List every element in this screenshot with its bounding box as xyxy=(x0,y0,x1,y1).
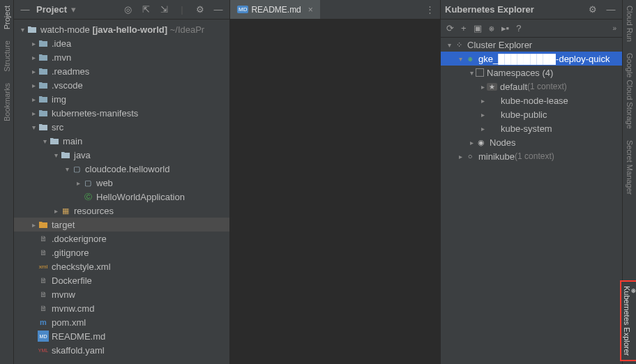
k8s-tree-item[interactable]: kube-system xyxy=(441,121,622,135)
chevron-icon[interactable] xyxy=(52,207,60,215)
tree-item-label: watch-mode [java-hello-world] ~/IdeaPr xyxy=(40,24,204,35)
hide-panel-icon[interactable]: — xyxy=(18,3,32,17)
expand-icon[interactable]: » xyxy=(612,24,616,32)
tree-item[interactable]: target xyxy=(14,218,229,232)
minimize-icon[interactable]: — xyxy=(211,3,225,17)
tree-item[interactable]: mpom.xml xyxy=(14,315,229,329)
k8s-tree-item[interactable]: ⎈gke_█████████-deploy-quick xyxy=(441,52,622,66)
chevron-icon[interactable] xyxy=(29,68,38,75)
chevron-icon[interactable] xyxy=(29,123,38,131)
tab-readme[interactable]: MD README.md × xyxy=(230,0,320,19)
chevron-icon[interactable] xyxy=(29,221,38,229)
k8s-tree-item[interactable]: kube-node-lease xyxy=(441,93,622,107)
tree-item[interactable]: kubernetes-manifests xyxy=(14,106,229,120)
chevron-icon[interactable] xyxy=(18,26,26,33)
tree-item[interactable]: main xyxy=(14,134,229,148)
k8s-tree-item[interactable]: ○minikube (1 context) xyxy=(441,149,622,163)
k8s-panel-header: Kubernetes Explorer ⚙ — xyxy=(441,0,622,20)
tree-item[interactable]: ⒸHelloWorldApplication xyxy=(14,190,229,204)
open-icon[interactable]: ▣ xyxy=(474,23,482,33)
chevron-icon[interactable] xyxy=(63,165,71,173)
tree-item[interactable]: YMLskaffold.yaml xyxy=(14,343,229,357)
k8s-tree-item[interactable]: ◉Nodes xyxy=(441,135,622,149)
tree-item[interactable]: MDREADME.md xyxy=(14,329,229,343)
dropdown-icon[interactable]: ▾ xyxy=(71,4,76,15)
tree-item-label: .idea xyxy=(52,38,71,49)
chevron-icon[interactable] xyxy=(467,69,476,77)
add-icon[interactable]: + xyxy=(461,23,467,33)
left-strip-item[interactable]: Project xyxy=(1,0,13,35)
tree-item[interactable]: .readmes xyxy=(14,64,229,78)
chevron-icon[interactable] xyxy=(29,54,38,61)
left-strip-item[interactable]: Structure xyxy=(1,35,13,77)
left-strip-item[interactable]: Bookmarks xyxy=(1,77,13,127)
tree-item-label: .vscode xyxy=(52,80,83,91)
folder-icon xyxy=(26,24,38,35)
close-icon[interactable]: × xyxy=(308,5,313,15)
tree-item[interactable]: 🗎mvnw.cmd xyxy=(14,301,229,315)
target-icon[interactable]: ◎ xyxy=(121,3,135,17)
chevron-icon[interactable] xyxy=(29,40,38,47)
chevron-icon[interactable] xyxy=(29,109,38,117)
tree-item-label: checkstyle.xml xyxy=(52,261,111,272)
tree-item[interactable]: src xyxy=(14,120,229,134)
run-icon[interactable]: ▸▪ xyxy=(501,23,510,33)
right-strip-item[interactable]: Cloud Run xyxy=(624,0,635,47)
k8s-tree-item[interactable]: ⁘Cluster Explorer xyxy=(441,38,622,52)
tree-item[interactable]: xmlcheckstyle.xml xyxy=(14,259,229,273)
chevron-icon[interactable] xyxy=(29,82,38,89)
chevron-icon[interactable] xyxy=(52,151,60,159)
tree-item-label: HelloWorldApplication xyxy=(96,192,185,202)
tree-item-label: default xyxy=(500,82,527,92)
tree-item[interactable]: 🗎.dockerignore xyxy=(14,232,229,245)
chevron-icon[interactable] xyxy=(29,96,38,103)
chevron-icon[interactable] xyxy=(478,125,487,132)
chevron-icon[interactable] xyxy=(467,139,476,146)
chevron-icon[interactable] xyxy=(456,55,464,63)
tree-item[interactable]: .vscode xyxy=(14,78,229,92)
minimize-icon[interactable]: — xyxy=(604,3,618,17)
chevron-icon[interactable] xyxy=(478,111,487,119)
tree-item[interactable]: .idea xyxy=(14,36,229,50)
chevron-icon[interactable] xyxy=(40,137,49,145)
k8s-toolbar: ⟳ + ▣ ⎈ ▸▪ ? » xyxy=(441,20,622,38)
gear-icon[interactable]: ⚙ xyxy=(193,3,207,17)
collapse-icon[interactable]: ⇲ xyxy=(157,3,171,17)
file-icon: 🗎 xyxy=(38,233,49,244)
more-icon[interactable]: ⋮ xyxy=(420,4,440,15)
tree-item[interactable]: 🗎mvnw xyxy=(14,287,229,301)
file-icon: 🗎 xyxy=(38,303,49,314)
tree-item[interactable]: .mvn xyxy=(14,50,229,64)
tree-item[interactable]: java xyxy=(14,148,229,162)
tree-item[interactable]: ▦resources xyxy=(14,204,229,218)
tree-item[interactable]: 🗎Dockerfile xyxy=(14,273,229,287)
k8s-tree-item[interactable]: ★default (1 context) xyxy=(441,79,622,93)
expand-icon[interactable]: ⇱ xyxy=(139,3,153,17)
right-strip-item[interactable]: Secret Manager xyxy=(624,135,635,200)
tree-item[interactable]: 🗎.gitignore xyxy=(14,245,229,259)
tree-item[interactable]: watch-mode [java-hello-world] ~/IdeaPr xyxy=(14,22,229,36)
project-tree[interactable]: watch-mode [java-hello-world] ~/IdeaPr.i… xyxy=(14,20,229,364)
k8s-tree-item[interactable]: kube-public xyxy=(441,107,622,121)
right-strip-item[interactable]: Google Cloud Storage xyxy=(624,47,635,135)
chevron-icon[interactable] xyxy=(456,153,464,160)
chevron-icon[interactable] xyxy=(478,97,487,105)
gear-icon[interactable]: ⚙ xyxy=(586,3,600,17)
tree-item[interactable]: img xyxy=(14,92,229,106)
kubernetes-icon[interactable]: ⎈ xyxy=(489,23,494,33)
help-icon[interactable]: ? xyxy=(516,23,521,33)
refresh-icon[interactable]: ⟳ xyxy=(446,23,454,33)
tree-item[interactable]: ▢web xyxy=(14,176,229,190)
circle-icon: ○ xyxy=(464,151,476,162)
k8s-tree-item[interactable]: Namespaces (4) xyxy=(441,66,622,79)
chevron-icon[interactable] xyxy=(74,179,82,187)
chevron-icon[interactable] xyxy=(445,41,453,49)
chevron-icon[interactable] xyxy=(478,83,487,91)
tree-item-label: skaffold.yaml xyxy=(52,345,105,356)
checkbox-icon[interactable] xyxy=(476,68,484,77)
tree-item[interactable]: ▢cloudcode.helloworld xyxy=(14,162,229,176)
tree-item-label: kube-node-lease xyxy=(501,96,568,106)
editor-body[interactable] xyxy=(230,20,440,364)
tab-kubernetes-explorer[interactable]: ⎈ Kubernetes Explorer xyxy=(620,280,636,361)
k8s-tree[interactable]: ⁘Cluster Explorer⎈gke_█████████-deploy-q… xyxy=(441,38,622,364)
